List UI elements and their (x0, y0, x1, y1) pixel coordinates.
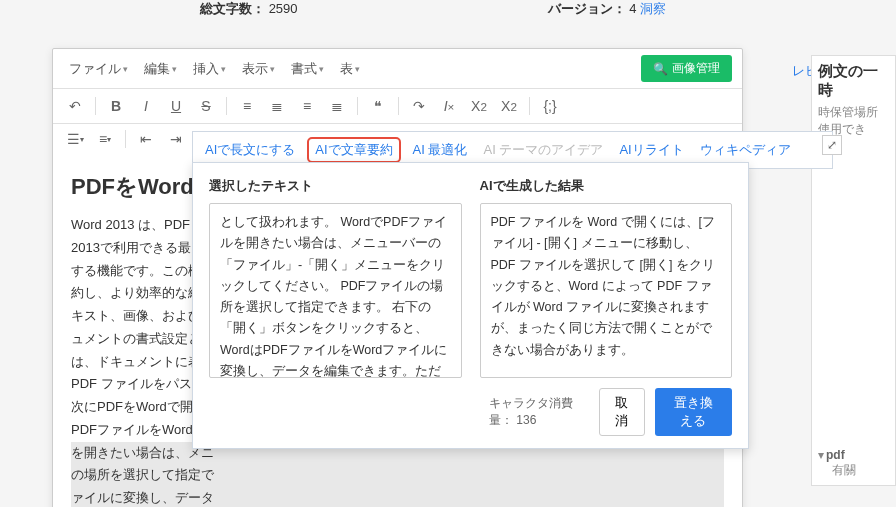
ai-tab-long[interactable]: AIで長文にする (201, 138, 299, 162)
page-header: 総文字数： 2590 バージョン： 4 洞察 (0, 0, 896, 30)
align-justify-icon[interactable]: ≣ (323, 93, 351, 119)
list-ul-icon[interactable]: ☰▾ (61, 126, 89, 152)
menu-insert[interactable]: 挿入▾ (187, 57, 232, 81)
ai-tab-wiki[interactable]: ウィキペディア (696, 138, 795, 162)
ai-tab-optimize[interactable]: AI 最適化 (409, 138, 472, 162)
code-icon[interactable]: {;} (536, 93, 564, 119)
undo-icon[interactable]: ↶ (61, 93, 89, 119)
insight-link[interactable]: 洞察 (640, 1, 666, 16)
sidebar-panel: 例文の一時 時保管場所 使用でき ▾pdf有關 (811, 55, 896, 486)
ai-result-box[interactable]: PDF ファイルを Word で開くには、[ファイル] - [開く] メニューに… (480, 203, 733, 378)
quote-icon[interactable]: ❝ (364, 93, 392, 119)
italic-icon[interactable]: I (132, 93, 160, 119)
replace-button[interactable]: 置き換える (655, 388, 732, 436)
selected-text-box[interactable]: として扱われます。 WordでPDFファイルを開きたい場合は、メニューバーの「フ… (209, 203, 462, 378)
menu-table[interactable]: 表▾ (334, 57, 366, 81)
menu-view[interactable]: 表示▾ (236, 57, 281, 81)
search-icon: 🔍 (653, 62, 668, 76)
align-center-icon[interactable]: ≣ (263, 93, 291, 119)
char-usage: キャラクタ消費量： 136 (489, 395, 589, 429)
redo2-icon[interactable]: ↷ (405, 93, 433, 119)
cancel-button[interactable]: 取消 (599, 388, 645, 436)
menu-file[interactable]: ファイル▾ (63, 57, 134, 81)
image-manage-button[interactable]: 🔍画像管理 (641, 55, 732, 82)
indent-icon[interactable]: ⇥ (162, 126, 190, 152)
ai-summary-panel: 選択したテキスト として扱われます。 WordでPDFファイルを開きたい場合は、… (192, 162, 749, 449)
editor-toolbar: ↶ B I U S ≡ ≣ ≡ ≣ ❝ ↷ I× X2 X2 {;} (53, 89, 742, 124)
underline-icon[interactable]: U (162, 93, 190, 119)
clear-format-icon[interactable]: I× (435, 93, 463, 119)
strike-icon[interactable]: S (192, 93, 220, 119)
ai-result-label: AIで生成した結果 (480, 177, 733, 195)
align-left-icon[interactable]: ≡ (233, 93, 261, 119)
sidebar-title: 例文の一時 (818, 62, 889, 100)
editor-menubar: ファイル▾ 編集▾ 挿入▾ 表示▾ 書式▾ 表▾ 🔍画像管理 (53, 49, 742, 89)
outdent-icon[interactable]: ⇤ (132, 126, 160, 152)
subscript-icon[interactable]: X2 (465, 93, 493, 119)
menu-format[interactable]: 書式▾ (285, 57, 330, 81)
selected-text-label: 選択したテキスト (209, 177, 462, 195)
menu-edit[interactable]: 編集▾ (138, 57, 183, 81)
expand-icon[interactable]: ⤢ (822, 135, 842, 155)
ai-tab-theme[interactable]: AI テーマのアイデア (480, 138, 608, 162)
ai-tab-rewrite[interactable]: AIリライト (615, 138, 687, 162)
ai-tab-summary[interactable]: AIで文章要約 (307, 137, 400, 163)
chevron-down-icon: ▾ (818, 448, 824, 462)
bold-icon[interactable]: B (102, 93, 130, 119)
superscript-icon[interactable]: X2 (495, 93, 523, 119)
list-ol-icon[interactable]: ≡▾ (91, 126, 119, 152)
align-right-icon[interactable]: ≡ (293, 93, 321, 119)
sidebar-pdf-item[interactable]: ▾pdf有關 (818, 448, 889, 479)
